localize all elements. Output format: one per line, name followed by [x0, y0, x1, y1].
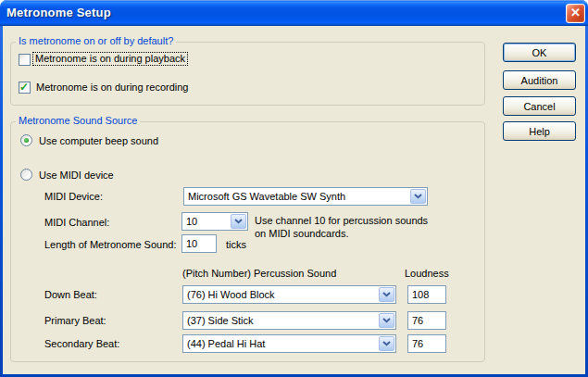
secondary-beat-sound: (44) Pedal Hi Hat: [183, 338, 378, 349]
metronome-setup-dialog: Metronome Setup ✕ Is metronome on or off…: [0, 0, 588, 377]
length-unit-label: ticks: [226, 239, 246, 251]
check-icon: ✓: [19, 81, 29, 94]
chevron-down-icon[interactable]: [410, 189, 426, 204]
primary-beat-sound: (37) Side Stick: [183, 315, 378, 326]
midi-device-value: Microsoft GS Wavetable SW Synth: [184, 191, 409, 202]
audition-button[interactable]: Audition: [503, 70, 576, 90]
midi-device-radio-label[interactable]: Use MIDI device: [39, 170, 114, 182]
length-label: Length of Metronome Sound:: [44, 239, 176, 251]
chevron-down-icon[interactable]: [379, 287, 394, 302]
cancel-button[interactable]: Cancel: [503, 96, 576, 116]
secondary-beat-combo[interactable]: (44) Pedal Hi Hat: [182, 334, 396, 353]
chevron-down-icon[interactable]: [231, 214, 246, 229]
primary-beat-label: Primary Beat:: [44, 315, 106, 327]
loudness-column-header: Loudness: [405, 268, 449, 279]
playback-checkbox[interactable]: [19, 54, 31, 66]
midi-device-label: MIDI Device:: [44, 191, 103, 203]
beep-sound-radio[interactable]: [20, 134, 32, 146]
group-default-state-label: Is metronome on or off by default?: [16, 35, 176, 47]
down-beat-combo[interactable]: (76) Hi Wood Block: [182, 285, 396, 304]
help-button[interactable]: Help: [503, 121, 576, 141]
group-default-state: [10, 42, 485, 106]
ok-button[interactable]: OK: [503, 43, 576, 62]
primary-beat-combo[interactable]: (37) Side Stick: [182, 311, 396, 330]
primary-beat-loudness-input[interactable]: [407, 311, 446, 330]
midi-channel-value: 10: [182, 216, 230, 227]
chevron-down-icon[interactable]: [379, 336, 394, 351]
length-input[interactable]: [181, 234, 217, 253]
recording-checkbox[interactable]: ✓: [19, 82, 31, 94]
playback-checkbox-label[interactable]: Metronome is on during playback: [33, 53, 187, 65]
pitch-column-header: (Pitch Number) Percussion Sound: [182, 268, 336, 279]
midi-channel-note-line2: on MIDI soundcards.: [255, 227, 428, 240]
midi-channel-note-line1: Use channel 10 for percussion sounds: [255, 214, 428, 227]
window-title: Metronome Setup: [6, 6, 111, 19]
midi-channel-combo[interactable]: 10: [181, 212, 248, 231]
close-button[interactable]: ✕: [566, 4, 585, 23]
midi-channel-note: Use channel 10 for percussion sounds on …: [255, 214, 428, 240]
down-beat-sound: (76) Hi Wood Block: [183, 289, 378, 300]
chevron-down-icon[interactable]: [379, 313, 394, 328]
midi-channel-label: MIDI Channel:: [44, 217, 109, 229]
midi-device-combo[interactable]: Microsoft GS Wavetable SW Synth: [183, 187, 428, 206]
close-icon: ✕: [570, 6, 581, 19]
beep-sound-radio-label[interactable]: Use computer beep sound: [39, 135, 158, 147]
radio-dot: [24, 138, 29, 143]
down-beat-label: Down Beat:: [44, 289, 97, 301]
secondary-beat-label: Secondary Beat:: [44, 338, 119, 350]
secondary-beat-loudness-input[interactable]: [407, 334, 446, 353]
group-sound-source-label: Metronome Sound Source: [16, 115, 140, 127]
recording-checkbox-label[interactable]: Metronome is on during recording: [36, 82, 188, 94]
down-beat-loudness-input[interactable]: [407, 285, 446, 304]
dialog-body: Is metronome on or off by default? Metro…: [3, 26, 585, 374]
midi-device-radio[interactable]: [20, 169, 32, 181]
titlebar[interactable]: Metronome Setup ✕: [0, 0, 588, 26]
